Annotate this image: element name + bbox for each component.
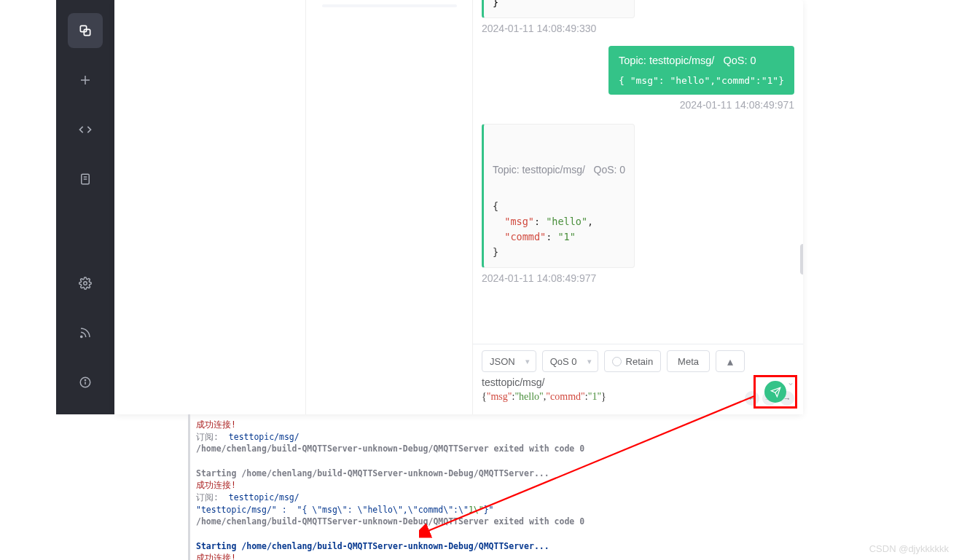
qos-select[interactable]: QoS 0▾ [542, 350, 598, 372]
svg-point-8 [81, 336, 82, 337]
json-key: "msg" [504, 216, 534, 227]
send-button[interactable] [764, 381, 786, 403]
caret-up-icon: ▴ [727, 355, 733, 368]
msg-qos: QoS: 0 [723, 55, 756, 66]
message-outgoing: Topic: testtopic/msg/ QoS: 0 { "msg": "h… [608, 46, 794, 95]
svg-point-11 [85, 379, 85, 380]
gear-icon [79, 277, 92, 290]
message-timestamp: 2024-01-11 14:08:49:971 [680, 99, 794, 111]
msg-body: { "msg": "hello","commd":"1"} [619, 75, 784, 86]
rail-scripts-button[interactable] [68, 112, 103, 147]
rail-feed-button[interactable] [68, 315, 103, 350]
payload-input[interactable]: {"msg":"hello","commd":"1"} [482, 391, 606, 403]
rail-log-button[interactable] [68, 162, 103, 197]
msg-topic: Topic: testtopic/msg/ [619, 55, 714, 66]
msg-qos: QoS: 0 [594, 164, 626, 176]
scrollbar-thumb[interactable] [800, 244, 803, 275]
message-timestamp: 2024-01-11 14:08:49:977 [482, 272, 794, 284]
rail-new-button[interactable] [68, 63, 103, 98]
rail-info-button[interactable] [68, 365, 103, 400]
connections-panel [114, 0, 306, 414]
message-timestamp: 2024-01-11 14:08:49:330 [482, 23, 794, 34]
script-icon [79, 173, 92, 186]
messages-scroll[interactable]: "commd": "1" } 2024-01-11 14:08:49:330 T… [473, 0, 803, 344]
console-output: 成功连接! 订阅: testtopic/msg/ /home/chenlang/… [188, 414, 959, 560]
expand-button[interactable]: ▴ [716, 350, 745, 372]
json-value: "hello" [546, 216, 587, 227]
annotation-highlight [754, 375, 797, 409]
message-incoming: "commd": "1" } [482, 0, 635, 18]
send-icon [770, 387, 781, 398]
topic-input[interactable]: testtopic/msg/ [482, 376, 544, 388]
info-icon [79, 376, 92, 389]
chevron-down-icon: ▾ [587, 357, 592, 366]
copy-icon [78, 23, 93, 38]
plus-icon [79, 74, 92, 87]
msg-topic: Topic: testtopic/msg/ [493, 164, 585, 176]
meta-button[interactable]: Meta [667, 350, 710, 372]
rail-settings-button[interactable] [68, 266, 103, 301]
chevron-down-icon: ▾ [525, 357, 530, 366]
app-window: "commd": "1" } 2024-01-11 14:08:49:330 T… [114, 0, 803, 414]
subscription-pill [322, 4, 457, 7]
payload-format-select[interactable]: JSON▾ [482, 350, 536, 372]
subscriptions-panel [306, 0, 473, 414]
radio-icon [612, 357, 622, 366]
json-key: "commd" [504, 231, 546, 242]
rail-connections-button[interactable] [68, 13, 103, 48]
json-value: "1" [557, 231, 575, 242]
code-icon [78, 122, 93, 137]
message-incoming: Topic: testtopic/msg/ QoS: 0 { "msg": "h… [482, 124, 635, 268]
watermark: CSDN @djykkkkkk [869, 543, 949, 554]
retain-toggle[interactable]: Retain [604, 350, 662, 372]
svg-point-7 [84, 282, 87, 285]
sidebar-rail [56, 0, 114, 414]
rss-icon [79, 326, 92, 339]
messages-panel: "commd": "1" } 2024-01-11 14:08:49:330 T… [473, 0, 803, 414]
